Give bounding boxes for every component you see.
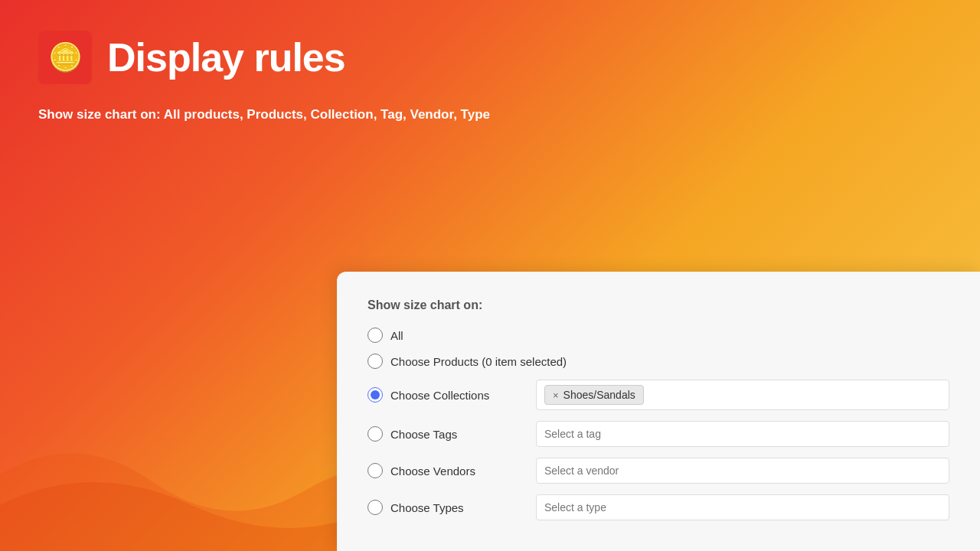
option-types-label[interactable]: Choose Types <box>368 500 536 515</box>
logo-icon: 🪙 <box>48 41 83 73</box>
radio-types[interactable] <box>368 500 383 515</box>
option-products-label[interactable]: Choose Products (0 item selected) <box>368 354 567 369</box>
remove-collection-chip-button[interactable]: × <box>553 390 559 400</box>
option-vendors-label[interactable]: Choose Vendors <box>368 463 536 478</box>
subtitle: Show size chart on: All products, Produc… <box>0 99 980 130</box>
radio-vendors[interactable] <box>368 463 383 478</box>
option-tags-row: Choose Tags <box>368 421 949 447</box>
header: 🪙 Display rules <box>0 0 980 99</box>
radio-all[interactable] <box>368 328 383 343</box>
option-products-row: Choose Products (0 item selected) <box>368 354 949 369</box>
settings-panel: Show size chart on: All Choose Products … <box>337 272 980 551</box>
option-all-row: All <box>368 328 949 343</box>
panel-label: Show size chart on: <box>368 298 949 312</box>
page-title: Display rules <box>107 34 345 80</box>
type-select-input[interactable] <box>536 494 949 520</box>
radio-collections[interactable] <box>368 387 383 403</box>
logo-box: 🪙 <box>38 31 92 84</box>
option-collections-label[interactable]: Choose Collections <box>368 387 536 403</box>
option-collections-row: Choose Collections × Shoes/Sandals <box>368 380 949 410</box>
option-types-row: Choose Types <box>368 494 949 520</box>
collection-chip: × Shoes/Sandals <box>544 385 644 405</box>
vendor-select-input[interactable] <box>536 458 949 484</box>
option-all-label[interactable]: All <box>368 328 536 343</box>
radio-products[interactable] <box>368 354 383 369</box>
radio-tags[interactable] <box>368 426 383 442</box>
tag-select-input[interactable] <box>536 421 949 447</box>
option-tags-label[interactable]: Choose Tags <box>368 426 536 442</box>
option-vendors-row: Choose Vendors <box>368 458 949 484</box>
chip-label: Shoes/Sandals <box>564 389 635 401</box>
collections-input-area[interactable]: × Shoes/Sandals <box>536 380 949 410</box>
